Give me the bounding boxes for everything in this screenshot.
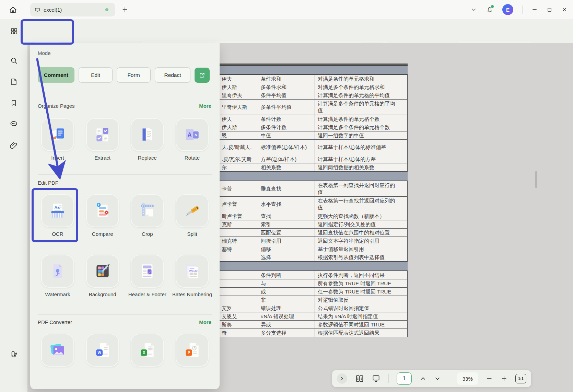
extract-tool[interactable]: Extract bbox=[82, 118, 123, 161]
cell-chinese-name: 选择 bbox=[258, 253, 315, 261]
table-row: 与 所有参数为 TRUE 时返回 TRUE bbox=[220, 279, 408, 288]
attachments-panel-icon[interactable] bbox=[9, 141, 19, 150]
page-navigation-bar: 1 33% 1:1 bbox=[332, 370, 531, 387]
cell-description: 返回两组数据的相关系数 bbox=[315, 163, 408, 171]
zoom-out-icon[interactable] bbox=[486, 375, 493, 382]
mode-form-button[interactable]: Form bbox=[117, 67, 151, 83]
pdf-converter-title: PDF Converter bbox=[38, 319, 72, 325]
rotate-tool[interactable]: A> Rotate bbox=[172, 118, 213, 161]
maximize-icon[interactable] bbox=[547, 7, 552, 13]
table-row: 伊夫 条件求和 对满足条件的单元格求和 bbox=[220, 75, 408, 83]
cell-function-name: 艾恩艾 bbox=[220, 312, 258, 320]
cell-function-name: 尔 bbox=[220, 163, 258, 171]
cell-chinese-name bbox=[258, 262, 315, 270]
replace-icon bbox=[131, 118, 164, 151]
crop-icon bbox=[131, 194, 164, 227]
cell-description bbox=[315, 262, 408, 270]
cell-function-name bbox=[220, 279, 258, 287]
bates-numbering-icon: 000123 bbox=[176, 255, 209, 288]
zoom-in-icon[interactable] bbox=[501, 375, 507, 382]
actual-size-button[interactable]: 1:1 bbox=[515, 374, 526, 383]
cell-chinese-name: 条件判断 bbox=[258, 271, 315, 279]
divider bbox=[38, 99, 212, 99]
replace-tool[interactable]: Replace bbox=[127, 118, 168, 161]
left-sidebar bbox=[0, 43, 27, 392]
open-in-new-window-button[interactable] bbox=[195, 68, 210, 83]
pdf-to-word-tool[interactable]: W bbox=[82, 334, 123, 367]
unsaved-dot bbox=[105, 8, 108, 11]
bates-numbering-tool[interactable]: 000123 Bates Numbering bbox=[172, 255, 213, 298]
new-tab-button[interactable] bbox=[121, 5, 129, 14]
cell-function-name: 夫.皮/斯戴夫. bbox=[220, 140, 258, 155]
titlebar-right-controls: E bbox=[471, 0, 568, 19]
close-window-icon[interactable] bbox=[561, 7, 568, 13]
cell-function-name: 卡普 bbox=[220, 181, 258, 196]
two-page-view-icon[interactable] bbox=[355, 374, 364, 383]
table-row: 伊夫斯 多条件求和 对满足多个条件的单元格求和 bbox=[220, 83, 408, 91]
tools-menu-panel: Mode Comment Edit Form Redact Organize P… bbox=[30, 43, 220, 389]
pdf-to-excel-tool[interactable]: X bbox=[127, 334, 168, 367]
pdf-to-image-tool[interactable] bbox=[37, 334, 78, 367]
cell-function-name: 塞特 bbox=[220, 245, 258, 253]
insert-tool[interactable]: Insert bbox=[37, 118, 78, 161]
cell-chinese-name: 索引 bbox=[258, 220, 315, 228]
previous-page-icon[interactable] bbox=[420, 375, 426, 382]
chevron-down-icon[interactable] bbox=[471, 7, 477, 13]
cell-function-name: 里奇伊夫 bbox=[220, 91, 258, 99]
page-number-input[interactable]: 1 bbox=[397, 372, 412, 385]
converter-more-link[interactable]: More bbox=[199, 319, 211, 325]
zoom-level-value[interactable]: 33% bbox=[457, 372, 478, 385]
page-thumbnails-icon[interactable] bbox=[9, 77, 19, 87]
watermark-tool[interactable]: Watermark bbox=[37, 255, 78, 298]
cell-chinese-name: 条件求和 bbox=[258, 75, 315, 83]
document-tab[interactable]: excel(1) bbox=[30, 3, 115, 16]
vertical-scrollbar[interactable] bbox=[535, 171, 537, 188]
ocr-tool[interactable]: Aa OCR bbox=[37, 194, 78, 238]
table-row: 里奇伊夫斯 多条件平均值 计算满足多个条件的单元格的平均值 bbox=[220, 100, 408, 115]
apps-grid-icon[interactable] bbox=[9, 26, 19, 36]
crop-tool[interactable]: Crop bbox=[127, 194, 168, 238]
cell-function-name: 恩 bbox=[220, 131, 258, 139]
table-row bbox=[220, 65, 408, 75]
home-icon[interactable] bbox=[8, 4, 19, 15]
table-row: 伊夫 条件计数 计算满足条件的单元格个数 bbox=[220, 115, 408, 123]
split-label: Split bbox=[172, 230, 213, 238]
cell-description: 基于偏移量返回引用 bbox=[315, 245, 408, 253]
cell-chinese-name: 方差(总体/样本) bbox=[258, 155, 315, 163]
presentation-mode-icon[interactable] bbox=[372, 374, 381, 383]
cell-chinese-name: 条件平均值 bbox=[258, 91, 315, 99]
expand-panel-icon[interactable] bbox=[337, 373, 347, 384]
cell-chinese-name: 条件计数 bbox=[258, 115, 315, 123]
mode-comment-button[interactable]: Comment bbox=[38, 67, 74, 83]
svg-text:X: X bbox=[143, 350, 145, 355]
next-page-icon[interactable] bbox=[434, 375, 441, 382]
pdf-to-powerpoint-tool[interactable]: P bbox=[172, 334, 213, 367]
cell-chinese-name: 错误处理 bbox=[258, 304, 315, 312]
mode-redact-button[interactable]: Redact bbox=[155, 67, 190, 83]
pdf-document-table: 伊夫 条件求和 对满足条件的单元格求和 伊夫斯 多条件求和 对满足多个条件的单元… bbox=[220, 64, 408, 337]
organize-more-link[interactable]: More bbox=[199, 103, 211, 109]
header-footer-tool[interactable]: Header & Footer bbox=[127, 255, 168, 298]
minimize-icon[interactable] bbox=[531, 7, 538, 13]
user-avatar[interactable]: E bbox=[502, 4, 513, 15]
swatches-icon[interactable] bbox=[9, 349, 19, 359]
compare-tool[interactable]: Compare bbox=[82, 194, 123, 238]
comments-panel-icon[interactable] bbox=[9, 119, 19, 129]
cell-function-name bbox=[220, 288, 258, 296]
split-tool[interactable]: Split bbox=[172, 194, 213, 238]
cell-function-name: 斯卢卡普 bbox=[220, 212, 258, 220]
background-tool[interactable]: Background bbox=[82, 255, 123, 298]
search-icon[interactable] bbox=[9, 56, 19, 65]
notifications-bell-icon[interactable] bbox=[486, 6, 493, 13]
table-row: 恩 中值 返回一组数字的中值 bbox=[220, 131, 408, 140]
cell-description: 返回查找值在范围中的相对位置 bbox=[315, 229, 408, 237]
cell-chinese-name: 与 bbox=[258, 279, 315, 287]
rotate-icon: A> bbox=[176, 118, 209, 151]
cell-description: 更强大的查找函数（新版本） bbox=[315, 212, 408, 220]
bookmarks-icon[interactable] bbox=[9, 98, 19, 108]
cell-description bbox=[315, 66, 408, 74]
svg-text:A: A bbox=[188, 132, 191, 138]
extract-label: Extract bbox=[82, 154, 123, 161]
cell-description: 对满足多个条件的单元格求和 bbox=[315, 83, 408, 91]
mode-edit-button[interactable]: Edit bbox=[79, 67, 113, 83]
